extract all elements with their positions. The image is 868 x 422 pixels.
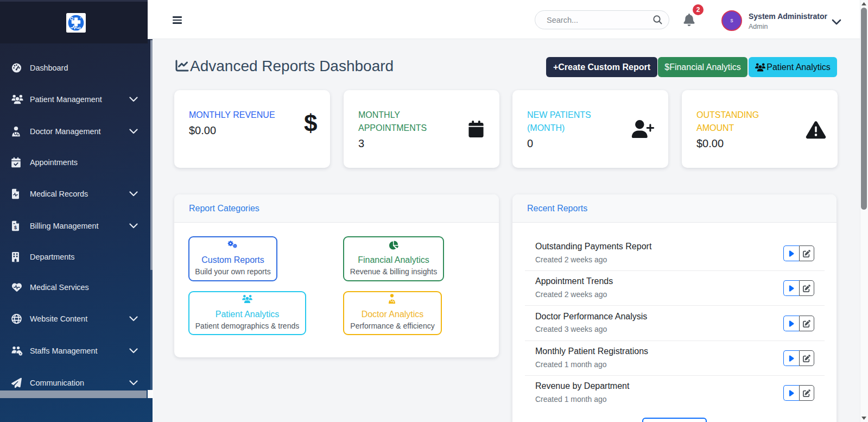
svg-text:$: $ <box>14 225 17 230</box>
